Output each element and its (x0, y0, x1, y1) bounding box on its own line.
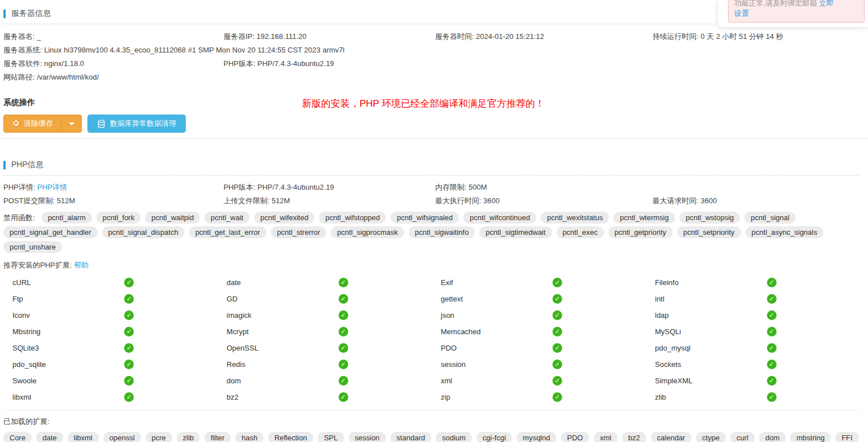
extension-name: pdo_sqlite (12, 360, 124, 369)
extension-name: PDO (441, 344, 553, 352)
check-icon: ✓ (339, 310, 348, 320)
function-tag: pcntl_wstopsig (680, 212, 740, 224)
accent-bar (3, 161, 6, 169)
check-icon: ✓ (553, 360, 562, 369)
extension-item: json ✓ (432, 307, 646, 323)
alert-line1: 功能正常,请及时绑定邮箱 立即 (734, 0, 858, 8)
check-icon: ✓ (767, 278, 777, 287)
disabled-functions-list: 禁用函数: pcntl_alarmpcntl_forkpcntl_waitpid… (3, 212, 860, 253)
function-tag: pcntl_signal (744, 212, 796, 224)
db-clean-label: 数据库异常数据清理 (110, 119, 176, 129)
help-link[interactable]: 帮助 (74, 261, 89, 269)
extension-name: Redis (227, 360, 339, 369)
check-icon: ✓ (124, 392, 134, 402)
server-info-title: 服务器信息 (11, 8, 51, 19)
function-tag: pcntl_wifexited (254, 212, 314, 224)
function-tag: pcntl_getpriority (608, 226, 673, 238)
check-icon: ✓ (339, 278, 348, 287)
php-info-header: PHP信息 (3, 151, 860, 175)
database-icon (97, 120, 106, 128)
check-icon: ✓ (767, 392, 777, 402)
check-icon: ✓ (767, 327, 777, 336)
extension-tag: pcre (146, 432, 172, 442)
function-tag: pcntl_signal_get_handler (3, 226, 98, 238)
setup-now-link[interactable]: 设置 (734, 9, 749, 17)
check-icon: ✓ (124, 376, 134, 386)
extension-name: GD (227, 295, 339, 303)
extension-item: SQLite3 ✓ (3, 340, 218, 356)
extension-name: date (227, 278, 339, 287)
php-extensions-grid: cURL ✓ date ✓ Exif ✓ Fileinfo ✓ Ftp ✓ (3, 274, 860, 405)
extension-name: bz2 (227, 393, 339, 401)
check-icon: ✓ (767, 376, 777, 386)
function-tag: pcntl_setpriority (677, 226, 741, 238)
check-icon: ✓ (124, 294, 134, 304)
function-tag: pcntl_wtermsig (613, 212, 675, 224)
extension-tag: cgi-fcgi (476, 432, 512, 442)
php-detail: PHP详情: PHP详情 (3, 183, 223, 191)
check-icon: ✓ (553, 310, 562, 320)
extension-tag: FFI (835, 432, 859, 442)
extension-name: imagick (227, 311, 339, 320)
server-time: 服务器时间: 2024-01-20 15:21:12 (435, 32, 652, 41)
function-tag: pcntl_get_last_error (189, 226, 266, 238)
extension-name: Swoole (12, 377, 124, 385)
extension-tag: mysqlnd (516, 432, 556, 442)
function-tag: pcntl_sigprocmask (331, 226, 404, 238)
extension-name: cURL (12, 278, 124, 287)
caret-down-icon (69, 122, 74, 125)
server-software: 服务器软件: nginx/1.18.0 (3, 59, 223, 68)
extension-tag: filter (204, 432, 231, 442)
extension-tag: sodium (436, 432, 472, 442)
extension-name: Ftp (12, 295, 124, 303)
function-tag: pcntl_alarm (42, 212, 92, 224)
extension-tag: ctype (696, 432, 726, 442)
function-tag: pcntl_unshare (3, 241, 62, 253)
post-limit: POST提交限制: 512M (3, 196, 223, 205)
server-uptime: 持续运行时间: 0 天 2 小时 51 分钟 14 秒 (652, 32, 860, 41)
extension-tag: Reflection (268, 432, 313, 442)
check-icon: ✓ (339, 360, 348, 369)
extension-name: intl (655, 295, 767, 303)
php-detail-link[interactable]: PHP详情 (37, 183, 67, 191)
extension-item: session ✓ (432, 356, 646, 373)
clear-cache-split-button: 清除缓存 (3, 115, 82, 133)
function-tag: pcntl_wifsignaled (391, 212, 459, 224)
clear-cache-button[interactable]: 清除缓存 (4, 115, 61, 132)
extension-item: pdo_mysql ✓ (646, 340, 861, 356)
extension-name: pdo_mysql (655, 344, 767, 352)
check-icon: ✓ (339, 327, 348, 336)
extension-item: Ftp ✓ (3, 291, 218, 307)
extension-name: Mcrypt (227, 327, 339, 336)
extension-tag: dom (759, 432, 786, 442)
extension-item: Swoole ✓ (3, 373, 218, 389)
extension-name: Exif (441, 278, 553, 287)
extension-tag: PDO (561, 432, 589, 442)
check-icon: ✓ (339, 376, 348, 386)
extension-tag: zlib (177, 432, 200, 442)
clear-cache-dropdown-button[interactable] (61, 115, 81, 132)
extension-item: Iconv ✓ (3, 307, 218, 323)
site-path: 网站路径: /var/www/html/kod/ (3, 73, 860, 81)
check-icon: ✓ (553, 343, 562, 353)
accent-bar (3, 10, 6, 18)
check-icon: ✓ (124, 360, 134, 369)
extension-name: Mbstring (12, 327, 124, 336)
extension-name: Sockets (655, 360, 767, 369)
extension-name: gettext (441, 295, 553, 303)
loaded-extensions-label: 已加载的扩展: (3, 417, 860, 427)
db-clean-button[interactable]: 数据库异常数据清理 (87, 115, 186, 133)
max-request-time: 最大请求时间: 3600 (652, 196, 860, 205)
extension-name: ldap (655, 311, 767, 320)
check-icon: ✓ (339, 392, 348, 402)
extension-tag: session (349, 432, 386, 442)
php-info-panel: PHP信息 PHP详情: PHP详情 PHP版本: PHP/7.4.3-4ubu… (0, 151, 868, 442)
extension-tag: libxml (68, 432, 99, 442)
extension-item: Mcrypt ✓ (218, 323, 432, 340)
setup-now-link[interactable]: 立即 (819, 0, 834, 7)
function-tag: pcntl_strerror (271, 226, 327, 238)
extension-item: xml ✓ (432, 373, 646, 389)
extension-name: OpenSSL (227, 344, 339, 352)
extension-name: zlib (655, 393, 767, 401)
extension-name: SimpleXML (655, 377, 767, 385)
